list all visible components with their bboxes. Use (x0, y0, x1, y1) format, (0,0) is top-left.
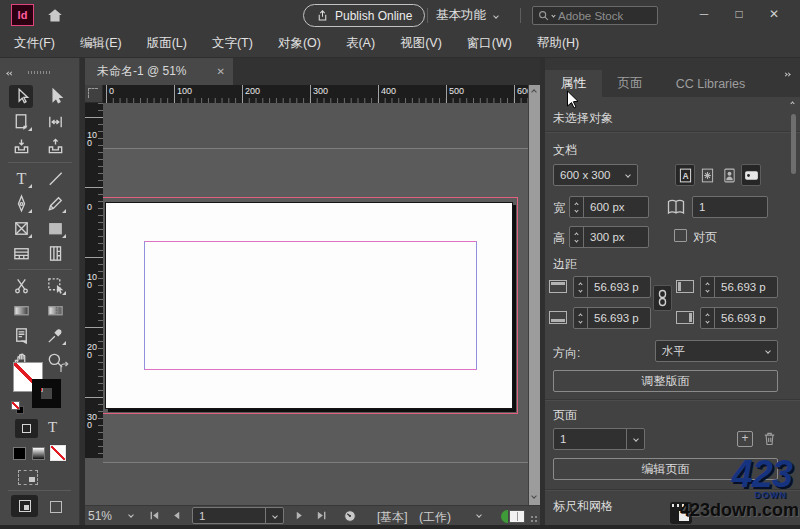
line-tool[interactable] (43, 167, 67, 190)
publish-online-button[interactable]: Publish Online (303, 4, 425, 27)
eyedropper-tool[interactable] (43, 324, 67, 347)
adobe-stock-search[interactable] (532, 6, 658, 25)
page-number-field[interactable]: 1 (192, 507, 284, 524)
tab-cc-libraries[interactable]: CC Libraries (658, 70, 763, 97)
tab-pages[interactable]: 页面 (602, 70, 658, 97)
pen-tool[interactable] (9, 192, 33, 215)
collapse-panel-icon[interactable] (7, 61, 23, 71)
height-stepper[interactable] (570, 227, 584, 247)
minimize-button[interactable]: ─ (688, 2, 720, 26)
preflight-menu-icon[interactable] (476, 512, 482, 518)
gradient-feather-tool[interactable] (43, 299, 67, 322)
facing-pages-checkbox[interactable] (674, 229, 687, 242)
width-stepper[interactable] (570, 197, 584, 217)
apply-none-swatch[interactable] (50, 445, 66, 461)
page-size-dropdown[interactable]: 600 x 300 (553, 164, 638, 186)
vertical-scrollbar[interactable] (528, 85, 540, 505)
apply-gradient-swatch[interactable] (32, 447, 45, 460)
page-dropdown-icon[interactable] (626, 429, 644, 449)
margin-bottom-stepper[interactable] (574, 308, 588, 328)
maximize-button[interactable]: □ (723, 2, 755, 26)
scroll-up-icon[interactable] (531, 89, 537, 95)
horizontal-grid-tool[interactable] (9, 242, 33, 265)
screen-mode-normal-button[interactable] (11, 495, 38, 517)
content-placer-tool[interactable] (43, 135, 67, 158)
stroke-color-swatch[interactable] (32, 379, 61, 408)
panel-scrollbar[interactable] (789, 100, 798, 529)
swap-fill-stroke-icon[interactable] (59, 361, 72, 374)
preflight-profile[interactable]: (工作) (419, 509, 451, 526)
current-page-dropdown[interactable]: 1 (553, 428, 645, 450)
resize-grip[interactable] (529, 514, 538, 523)
rectangle-tool[interactable] (43, 217, 67, 240)
height-field[interactable]: 300 px (569, 226, 649, 248)
default-fill-stroke-icon[interactable] (11, 401, 24, 414)
margin-bottom-field[interactable]: 56.693 p (573, 307, 651, 329)
zoom-dropdown-icon[interactable] (128, 512, 134, 518)
search-input[interactable] (558, 10, 652, 22)
close-tab-icon[interactable]: ✕ (217, 66, 225, 77)
scroll-up-icon[interactable] (790, 101, 794, 105)
preflight-gauge-icon[interactable] (343, 509, 357, 523)
adjust-layout-button[interactable]: 调整版面 (553, 370, 778, 392)
margin-right-stepper[interactable] (701, 308, 715, 328)
spread-page-icon-button[interactable] (697, 164, 717, 186)
preflight-preset[interactable]: [基本] (377, 509, 408, 526)
scissors-tool[interactable] (9, 274, 33, 297)
panel-drag-handle[interactable] (28, 71, 52, 74)
margin-left-stepper[interactable] (701, 277, 715, 297)
collapse-panel-icon[interactable] (784, 62, 790, 80)
previous-page-button[interactable] (171, 510, 182, 521)
close-button[interactable]: ✕ (758, 2, 790, 26)
document-tab[interactable]: 未命名-1 @ 51% ✕ (85, 58, 233, 85)
page-count-field[interactable]: 1 (692, 196, 768, 218)
menu-item-3[interactable]: 文字(T) (212, 35, 253, 52)
menu-item-4[interactable]: 对象(O) (278, 35, 321, 52)
direct-selection-tool[interactable] (43, 85, 67, 108)
menu-item-5[interactable]: 表(A) (346, 35, 375, 52)
add-page-button[interactable]: + (737, 431, 753, 447)
screen-mode-preview-button[interactable] (46, 497, 66, 517)
vertical-grid-tool[interactable] (43, 242, 67, 265)
document-page[interactable] (105, 202, 513, 409)
menu-item-7[interactable]: 窗口(W) (467, 35, 512, 52)
formatting-affects-container-button[interactable] (15, 419, 38, 438)
frame-tool[interactable] (9, 217, 33, 240)
next-page-button[interactable] (294, 510, 305, 521)
link-margins-button[interactable] (653, 285, 672, 311)
pencil-tool[interactable] (43, 192, 67, 215)
free-transform-tool[interactable] (43, 274, 67, 297)
landscape-orientation-button[interactable] (741, 164, 761, 186)
margin-right-field[interactable]: 56.693 p (700, 307, 778, 329)
vertical-ruler[interactable]: 1000100200300 (85, 103, 103, 458)
apply-color-swatch[interactable] (13, 447, 26, 460)
ruler-origin-box[interactable] (85, 85, 103, 103)
last-page-button[interactable] (316, 510, 327, 521)
page-dropdown-icon[interactable] (265, 508, 283, 523)
selection-tool[interactable] (9, 85, 33, 108)
margin-top-stepper[interactable] (574, 277, 588, 297)
menu-item-0[interactable]: 文件(F) (14, 35, 55, 52)
home-icon[interactable] (44, 5, 66, 25)
scroll-down-icon[interactable] (531, 493, 537, 499)
content-collector-tool[interactable] (9, 135, 33, 158)
menu-item-6[interactable]: 视图(V) (400, 35, 442, 52)
zoom-level[interactable]: 51% (88, 509, 112, 523)
width-field[interactable]: 600 px (569, 196, 649, 218)
workspace-switcher[interactable]: 基本功能 (436, 7, 498, 24)
view-options-icon[interactable] (18, 470, 38, 485)
type-tool[interactable]: T (9, 167, 33, 190)
first-page-button[interactable] (149, 510, 160, 521)
gap-tool[interactable] (43, 110, 67, 133)
page-tool[interactable] (9, 110, 33, 133)
menu-item-2[interactable]: 版面(L) (147, 35, 187, 52)
margin-top-field[interactable]: 56.693 p (573, 276, 651, 298)
horizontal-ruler[interactable]: 0100200300400500600 (103, 85, 528, 103)
menu-item-8[interactable]: 帮助(H) (537, 35, 579, 52)
edit-pages-button[interactable]: 编辑页面 (553, 458, 778, 480)
note-tool[interactable] (9, 324, 33, 347)
document-canvas[interactable]: 0100200300400500600 1000100200300 (85, 85, 540, 505)
scrollbar-thumb[interactable] (791, 114, 796, 174)
formatting-affects-text-button[interactable]: T (48, 419, 57, 436)
margin-left-field[interactable]: 56.693 p (700, 276, 778, 298)
